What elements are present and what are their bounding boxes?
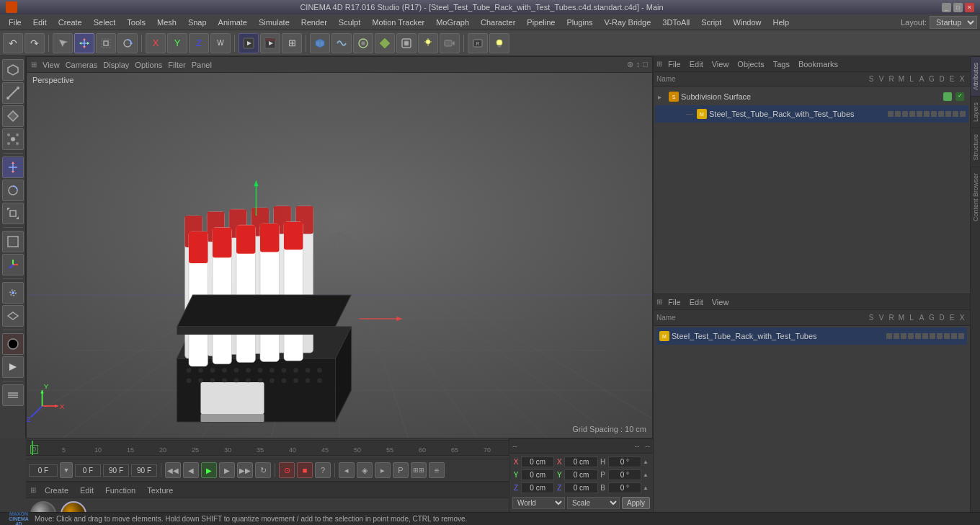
light-bulb-button[interactable]: [489, 33, 509, 53]
transform-mode-select[interactable]: Scale: [567, 497, 620, 509]
menu-3dtoall[interactable]: 3DToAll: [656, 17, 695, 28]
light-button[interactable]: [418, 33, 438, 53]
coord-z-input1[interactable]: 0 cm: [521, 482, 554, 493]
menu-render[interactable]: Render: [295, 17, 333, 28]
vp-icon1[interactable]: ⊛: [627, 60, 633, 69]
coord-system-select[interactable]: World: [512, 497, 565, 509]
menu-plugins[interactable]: Plugins: [561, 17, 598, 28]
scale-tool-button[interactable]: [96, 33, 116, 53]
edge-mode-button[interactable]: [2, 82, 24, 104]
menu-vray[interactable]: V-Ray Bridge: [599, 17, 657, 28]
menu-select[interactable]: Select: [88, 17, 122, 28]
move-object-button[interactable]: [2, 156, 24, 178]
stop-record-button[interactable]: ■: [297, 462, 313, 478]
attrs-tab-view[interactable]: View: [709, 296, 732, 308]
coord-y-input2[interactable]: 0 cm: [564, 469, 597, 480]
obj-tab-bookmarks[interactable]: Bookmarks: [796, 58, 841, 70]
rotate-object-button[interactable]: [2, 180, 24, 201]
menu-snap[interactable]: Snap: [182, 17, 213, 28]
render-active-view-button[interactable]: ⊞: [282, 33, 302, 53]
record-button[interactable]: ⊙: [279, 462, 295, 478]
move-tool-button[interactable]: [74, 33, 94, 53]
spline-button[interactable]: [353, 33, 373, 53]
attrs-selected-row[interactable]: M Steel_Test_Tube_Rack_with_Test_Tubes: [656, 327, 967, 345]
scene-canvas[interactable]: X Y Z: [27, 73, 652, 438]
end-frame-display[interactable]: 90 F: [103, 464, 129, 477]
cube-button[interactable]: [310, 33, 330, 53]
materials-button[interactable]: [2, 333, 24, 355]
obj-tab-objects[interactable]: Objects: [734, 58, 767, 70]
coord-x-input1[interactable]: 0 cm: [521, 456, 554, 467]
undo-button[interactable]: ↶: [3, 33, 23, 53]
prev-key-button[interactable]: ◂: [339, 462, 355, 478]
next-key-button[interactable]: ▸: [375, 462, 391, 478]
workplane-button[interactable]: [2, 305, 24, 327]
menu-animate[interactable]: Animate: [213, 17, 253, 28]
vp-icon3[interactable]: □: [643, 60, 648, 69]
obj-tab-file[interactable]: File: [665, 58, 684, 70]
mat-tab-create[interactable]: Create: [42, 485, 71, 496]
vp-display-btn[interactable]: Display: [103, 61, 129, 69]
menu-tools[interactable]: Tools: [121, 17, 151, 28]
coord-y-arrow[interactable]: ▲: [643, 472, 650, 478]
nurbs-button[interactable]: [331, 33, 352, 53]
snap-button[interactable]: [2, 282, 24, 304]
timeline-mode-button[interactable]: ≡: [429, 462, 445, 478]
polygon-mode-button[interactable]: [2, 105, 24, 127]
menu-simulate[interactable]: Simulate: [253, 17, 295, 28]
loop-button[interactable]: ↻: [255, 462, 271, 478]
attrs-tab-file[interactable]: File: [665, 296, 684, 308]
subdivision-button[interactable]: [396, 33, 416, 53]
menu-window[interactable]: Window: [727, 17, 767, 28]
prev-frame-button[interactable]: ◀: [183, 462, 199, 478]
menu-character[interactable]: Character: [475, 17, 521, 28]
tab-layers[interactable]: Layers: [971, 96, 980, 128]
coord-b-input[interactable]: 0 °: [608, 482, 641, 493]
play-button[interactable]: ▶: [201, 462, 217, 478]
vp-filter-btn[interactable]: Filter: [168, 61, 185, 69]
help-button[interactable]: ?: [315, 462, 331, 478]
mat-tab-edit[interactable]: Edit: [77, 485, 97, 496]
vp-view-btn[interactable]: View: [43, 61, 60, 69]
start-frame-display[interactable]: 0 F: [75, 464, 101, 477]
tab-attributes[interactable]: Attributes: [971, 56, 980, 96]
menu-mesh[interactable]: Mesh: [151, 17, 182, 28]
menu-create[interactable]: Create: [53, 17, 88, 28]
deformer-button[interactable]: [375, 33, 395, 53]
add-key-button[interactable]: ◈: [357, 462, 373, 478]
render-object-button[interactable]: [2, 356, 24, 378]
menu-script[interactable]: Script: [695, 17, 727, 28]
minimize-button[interactable]: _: [942, 3, 951, 12]
current-frame-display[interactable]: 0 F: [29, 464, 58, 477]
coord-y-input1[interactable]: 0 cm: [521, 469, 554, 480]
scale-object-button[interactable]: [2, 203, 24, 224]
close-button[interactable]: ✕: [965, 3, 974, 12]
layer-button[interactable]: [2, 384, 24, 406]
menu-pipeline[interactable]: Pipeline: [521, 17, 561, 28]
auto-key-button[interactable]: P: [393, 462, 409, 478]
point-mode-button[interactable]: [2, 128, 24, 150]
frame-stepper-down[interactable]: ▼: [60, 462, 73, 478]
x-axis-button[interactable]: X: [146, 33, 166, 53]
z-axis-button[interactable]: Z: [189, 33, 209, 53]
apply-button[interactable]: Apply: [622, 497, 650, 509]
vp-options-btn[interactable]: Options: [135, 61, 162, 69]
render-queue-button[interactable]: R: [468, 33, 488, 53]
menu-file[interactable]: File: [3, 17, 27, 28]
tab-content-browser[interactable]: Content Browser: [971, 167, 980, 227]
camera-button[interactable]: [440, 33, 460, 53]
world-coord-button[interactable]: W: [210, 33, 231, 53]
coord-x-input2[interactable]: 0 cm: [564, 456, 597, 467]
menu-help[interactable]: Help: [767, 17, 796, 28]
coord-z-input2[interactable]: 0 cm: [564, 482, 597, 493]
next-frame-button[interactable]: ▶: [219, 462, 235, 478]
last-frame-button[interactable]: ▶▶: [237, 462, 253, 478]
preview-end-display[interactable]: 90 F: [131, 464, 157, 477]
coord-p-input[interactable]: 0 °: [608, 469, 641, 480]
menu-motion-tracker[interactable]: Motion Tracker: [366, 17, 430, 28]
obj-tab-tags[interactable]: Tags: [770, 58, 793, 70]
layout-select[interactable]: Startup: [930, 16, 977, 29]
tree-item-rack[interactable]: M Steel_Test_Tube_Rack_with_Test_Tubes: [655, 105, 968, 123]
coord-h-input[interactable]: 0 °: [608, 456, 641, 467]
rotate-tool-button[interactable]: [117, 33, 138, 53]
